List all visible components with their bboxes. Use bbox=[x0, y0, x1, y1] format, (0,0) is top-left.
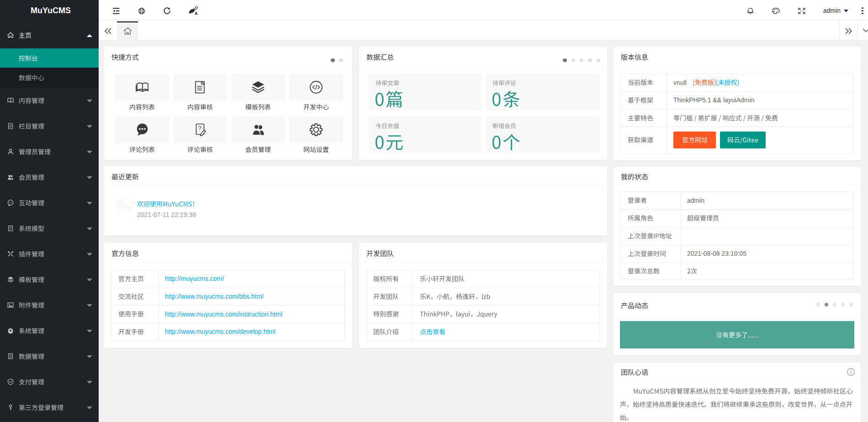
svg-text:?: ? bbox=[198, 125, 201, 132]
